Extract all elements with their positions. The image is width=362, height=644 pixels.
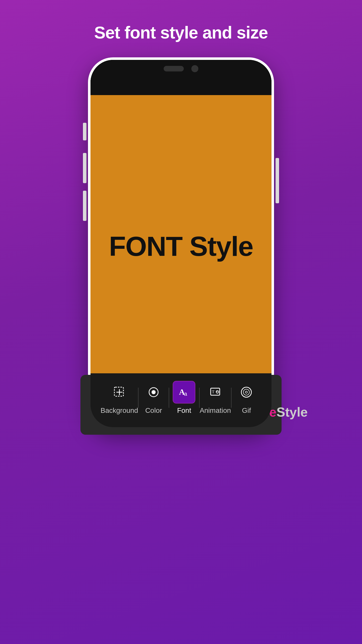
phone-frame: FONT Style Style Style Style Style Style… [88, 57, 274, 430]
toolbar-label-gif: Gif [242, 407, 251, 415]
color-icon-wrapper [142, 381, 165, 404]
notch-camera [191, 65, 198, 72]
phone-screen: FONT Style [90, 60, 272, 427]
svg-point-4 [152, 390, 156, 394]
side-button-mute [83, 123, 86, 140]
side-button-power [276, 158, 279, 203]
toolbar-item-animation[interactable]: T Animation [200, 381, 231, 415]
side-button-vol-down [83, 191, 86, 221]
svg-text:a: a [184, 391, 187, 397]
phone-notch [146, 60, 216, 77]
svg-point-12 [243, 389, 249, 395]
notch-speaker [164, 66, 184, 71]
svg-text:T: T [212, 390, 214, 394]
toolbar-item-color[interactable]: Color [139, 381, 168, 415]
font-icon: A a [177, 386, 191, 399]
screen-orange-area: FONT Style [90, 95, 272, 397]
toolbar-item-background[interactable]: Background [101, 381, 138, 415]
font-icon-wrapper: A a [173, 381, 195, 404]
svg-point-13 [245, 391, 247, 393]
phone-mockup: FONT Style Style Style Style Style Style… [88, 57, 274, 430]
gif-icon-wrapper [235, 381, 258, 404]
toolbar-item-font[interactable]: A a Font [169, 381, 199, 415]
svg-point-11 [241, 387, 251, 397]
side-button-vol-up [83, 153, 86, 183]
font-style-demo-text: FONT Style [109, 230, 253, 262]
page-title: Set font style and size [94, 23, 268, 42]
toolbar-label-animation: Animation [200, 407, 231, 415]
toolbar-label-font: Font [177, 407, 191, 415]
bottom-toolbar: Background Color A a [90, 373, 272, 427]
background-icon-wrapper [108, 381, 131, 404]
background-icon [113, 386, 126, 399]
toolbar-item-gif[interactable]: Gif [232, 381, 261, 415]
color-icon [147, 386, 160, 399]
animation-icon-wrapper: T [204, 381, 227, 404]
toolbar-label-background: Background [101, 407, 138, 415]
animation-icon: T [209, 386, 222, 399]
style-option-heavy[interactable]: Style [277, 405, 308, 420]
toolbar-label-color: Color [145, 407, 162, 415]
svg-rect-0 [114, 387, 123, 396]
gif-icon [240, 386, 253, 399]
